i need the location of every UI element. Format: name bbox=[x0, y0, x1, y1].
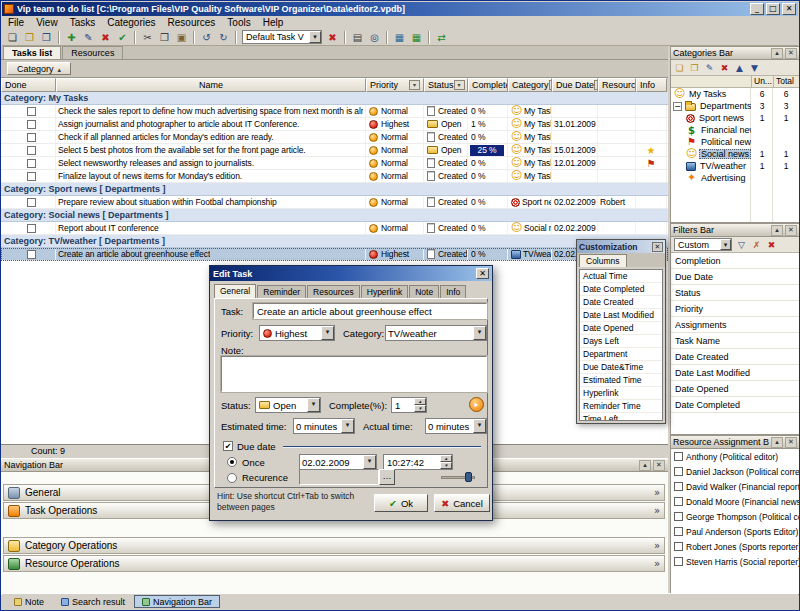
filter-preset-dropdown-arrow[interactable] bbox=[720, 239, 731, 250]
tab-resources[interactable]: Resources bbox=[62, 46, 123, 59]
task-row[interactable]: Check the sales report to define how muc… bbox=[1, 105, 668, 118]
undo-icon[interactable]: ↺ bbox=[198, 30, 215, 45]
column-header-status[interactable]: Status bbox=[424, 78, 468, 92]
save-icon[interactable]: ❒ bbox=[38, 30, 55, 45]
menu-item-tasks[interactable]: Tasks bbox=[64, 16, 102, 29]
resource-checkbox[interactable] bbox=[674, 512, 683, 521]
bottom-tab-search-result[interactable]: Search result bbox=[53, 595, 133, 608]
dialog-close-button[interactable] bbox=[476, 268, 489, 279]
resource-checkbox[interactable] bbox=[674, 542, 683, 551]
column-field-department[interactable]: Department bbox=[580, 348, 662, 361]
status-dropdown-arrow[interactable] bbox=[307, 398, 320, 412]
close-button[interactable] bbox=[782, 3, 796, 15]
filter-field-date-created[interactable]: Date Created bbox=[671, 349, 799, 365]
spin-up-icon[interactable] bbox=[414, 398, 426, 405]
new-subcategory-icon[interactable]: ❐ bbox=[687, 61, 702, 75]
category-group-row[interactable]: Category: Sport news [ Departments ] bbox=[1, 183, 668, 196]
category-tree-item-advertising[interactable]: Advertising bbox=[671, 172, 799, 184]
delete-category-icon[interactable]: ✖ bbox=[717, 61, 732, 75]
menu-item-categories[interactable]: Categories bbox=[101, 16, 161, 29]
column-header-resource[interactable]: Resourc bbox=[598, 78, 636, 92]
resource-item[interactable]: Donald Moore (Financial news editor) bbox=[671, 494, 799, 509]
priority-dropdown-arrow[interactable] bbox=[321, 326, 334, 340]
task-row[interactable]: Select 5 best photos from the available … bbox=[1, 144, 668, 157]
done-checkbox[interactable] bbox=[27, 133, 36, 142]
filter-field-assignments[interactable]: Assignments bbox=[671, 317, 799, 333]
minimize-button[interactable] bbox=[750, 3, 764, 15]
menu-item-file[interactable]: File bbox=[2, 16, 30, 29]
task-row[interactable]: Report about IT conferenceNormalCreated0… bbox=[1, 222, 668, 235]
filter-field-due-date[interactable]: Due Date bbox=[671, 269, 799, 285]
nav-section-category-operations[interactable]: Category Operations bbox=[3, 537, 665, 554]
done-checkbox[interactable] bbox=[27, 250, 36, 259]
edit-category-icon[interactable]: ✎ bbox=[702, 61, 717, 75]
category-group-row[interactable]: Category: My Tasks bbox=[1, 92, 668, 105]
filter-field-priority[interactable]: Priority bbox=[671, 301, 799, 317]
done-checkbox[interactable] bbox=[27, 120, 36, 129]
clear-task-type-icon[interactable]: ✖ bbox=[324, 30, 341, 45]
dialog-tab-general[interactable]: General bbox=[214, 284, 256, 298]
task-name-input[interactable]: Create an article about greenhouse effec… bbox=[253, 303, 487, 319]
filter-field-completion[interactable]: Completion bbox=[671, 253, 799, 269]
chevron-right-icon[interactable] bbox=[654, 505, 660, 516]
filter-field-date-completed[interactable]: Date Completed bbox=[671, 397, 799, 413]
clear-filter-icon[interactable]: ✗ bbox=[749, 238, 764, 252]
resource-checkbox[interactable] bbox=[674, 557, 683, 566]
task-row[interactable]: Prepare review about situation within Fo… bbox=[1, 196, 668, 209]
column-field-estimated-time[interactable]: Estimated Time bbox=[580, 374, 662, 387]
column-field-date-opened[interactable]: Date Opened bbox=[580, 322, 662, 335]
dialog-tab-info[interactable]: Info bbox=[440, 285, 466, 298]
column-field-hyperlink[interactable]: Hyperlink bbox=[580, 387, 662, 400]
column-header-complete[interactable]: Complete bbox=[468, 78, 508, 92]
customization-titlebar[interactable]: Customization bbox=[577, 240, 665, 253]
column-header-priority[interactable]: Priority bbox=[366, 78, 424, 92]
copy-icon[interactable]: ❐ bbox=[156, 30, 173, 45]
resource-checkbox[interactable] bbox=[674, 527, 683, 536]
navigation-close-button[interactable] bbox=[653, 460, 665, 471]
dialog-tab-resources[interactable]: Resources bbox=[307, 285, 360, 298]
resource-item[interactable]: Robert Jones (Sports reporter) bbox=[671, 539, 799, 554]
resource-checkbox[interactable] bbox=[674, 497, 683, 506]
column-header-due-date[interactable]: Due Date bbox=[552, 78, 598, 92]
recurrence-browse-button[interactable] bbox=[379, 469, 395, 485]
estimated-time-select[interactable]: 0 minutes bbox=[293, 418, 355, 434]
edit-task-titlebar[interactable]: Edit Task bbox=[210, 266, 492, 281]
categories-collapse-button[interactable] bbox=[771, 48, 783, 59]
move-up-icon[interactable]: ▲ bbox=[732, 61, 747, 75]
menu-item-resources[interactable]: Resources bbox=[162, 16, 222, 29]
dialog-tab-hyperlink[interactable]: Hyperlink bbox=[361, 285, 408, 298]
column-header-category[interactable]: Category bbox=[508, 78, 552, 92]
task-view-dropdown-arrow[interactable] bbox=[309, 31, 321, 43]
chevron-right-icon[interactable] bbox=[654, 540, 660, 551]
category-tree-item-departments[interactable]: Departments 3 3 bbox=[671, 100, 799, 112]
column-header-total[interactable]: Total bbox=[773, 76, 799, 87]
tab-tasks-list[interactable]: Tasks list bbox=[3, 46, 61, 59]
export-html-icon[interactable]: ▦ bbox=[391, 30, 408, 45]
task-view-select[interactable]: Default Task V bbox=[242, 30, 322, 44]
spin-up-icon[interactable] bbox=[440, 455, 452, 462]
filter-field-status[interactable]: Status bbox=[671, 285, 799, 301]
maximize-button[interactable] bbox=[766, 3, 780, 15]
customization-close-button[interactable] bbox=[652, 242, 663, 252]
group-by-category-chip[interactable]: Category▴ bbox=[7, 62, 71, 75]
resource-close-button[interactable] bbox=[785, 437, 797, 448]
column-header-unread[interactable]: Un... bbox=[751, 76, 773, 87]
resource-checkbox[interactable] bbox=[674, 467, 683, 476]
nav-section-resource-operations[interactable]: Resource Operations bbox=[3, 555, 665, 572]
status-filter-icon[interactable] bbox=[454, 80, 465, 90]
column-field-time-left[interactable]: Time Left bbox=[580, 413, 662, 421]
ok-button[interactable]: Ok bbox=[374, 494, 428, 512]
complete-percent-spinner[interactable]: 1 bbox=[391, 397, 427, 413]
resource-checkbox[interactable] bbox=[674, 482, 683, 491]
menu-item-help[interactable]: Help bbox=[257, 16, 290, 29]
priority-filter-icon[interactable] bbox=[409, 80, 420, 90]
category-tree-item-social-news[interactable]: Social news 1 1 bbox=[671, 148, 799, 160]
column-header-name[interactable]: Name bbox=[56, 78, 366, 92]
bottom-tab-navigation-bar[interactable]: Navigation Bar bbox=[134, 595, 220, 608]
spin-down-icon[interactable] bbox=[440, 462, 452, 469]
done-checkbox[interactable] bbox=[27, 224, 36, 233]
calendar-dropdown-arrow[interactable] bbox=[363, 455, 376, 469]
due-date-checkbox[interactable] bbox=[223, 441, 233, 451]
resource-item[interactable]: Paul Anderson (Sports Editor) bbox=[671, 524, 799, 539]
new-category-icon[interactable]: ❏ bbox=[672, 61, 687, 75]
